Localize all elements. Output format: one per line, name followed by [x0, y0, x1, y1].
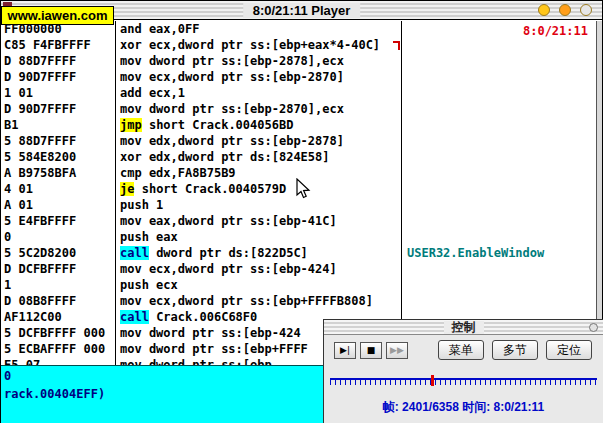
control-panel-titlebar[interactable]: 控制: [324, 320, 603, 335]
instr-pre: xor edx,dword ptr ds:[824E58]: [120, 150, 330, 164]
disasm-row[interactable]: 0 push eax: [1, 229, 597, 245]
disasm-row[interactable]: 5 5C2D8200 call dword ptr ds:[822D5C] US…: [1, 245, 597, 261]
comment-cell: [402, 213, 597, 229]
control-buttons-row: ▶| ■ ▶▶ 菜单 多节 定位: [334, 340, 603, 360]
hex-bytes: 1: [1, 277, 116, 293]
instruction-cell: mov eax,dword ptr ss:[ebp-41C]: [116, 213, 402, 229]
hex-bytes: C85 F4FBFFFF: [1, 37, 116, 53]
frame-time-status: 帧: 2401/6358 时间: 8:0/21:11: [324, 400, 603, 414]
instruction-cell: mov dword ptr ss:[ebp-2870],ecx: [116, 101, 402, 117]
instruction-cell: xor edx,dword ptr ds:[824E58]: [116, 149, 402, 165]
stop-button[interactable]: ■: [360, 342, 382, 359]
hex-bytes: A 01: [1, 197, 116, 213]
instr-pre: cmp edx,FA8B75B9: [120, 166, 236, 180]
disasm-row[interactable]: D 90D7FFFF mov dword ptr ss:[ebp-2870],e…: [1, 101, 597, 117]
comment-cell: [402, 37, 597, 53]
comment-cell: [402, 229, 597, 245]
instruction-cell: jmp short Crack.004056BD: [116, 117, 402, 133]
hex-bytes: E5 07: [1, 357, 116, 365]
instruction-cell: xor ecx,dword ptr ss:[ebp+eax*4-40C]: [116, 37, 402, 53]
disasm-row[interactable]: D DCFBFFFF mov ecx,dword ptr ss:[ebp-424…: [1, 261, 597, 277]
instr-pre: mov ecx,dword ptr ss:[ebp-424]: [120, 262, 337, 276]
hex-bytes: D 90D7FFFF: [1, 101, 116, 117]
fast-forward-button[interactable]: ▶▶: [386, 342, 408, 359]
comment-cell: [402, 117, 597, 133]
instr-pre: mov dword ptr ss:[ebp-2878],ecx: [120, 54, 344, 68]
disasm-row[interactable]: D 88D7FFFF mov dword ptr ss:[ebp-2878],e…: [1, 53, 597, 69]
titlebar-button-icon[interactable]: [538, 4, 550, 16]
hex-bytes: 0: [1, 229, 116, 245]
hex-bytes: 4 01: [1, 181, 116, 197]
instr-pre: push ecx: [120, 278, 178, 292]
instr-pre: mov dword ptr ss:[ebp-424: [120, 326, 301, 340]
instr-post: short Crack.004056BD: [142, 118, 294, 132]
comment-cell: [402, 69, 597, 85]
instr-pre: push 1: [120, 198, 163, 212]
instr-pre: and eax,0FF: [120, 22, 199, 36]
watermark-badge: www.iawen.com: [1, 6, 114, 25]
instr-pre: mov edx,dword ptr ss:[ebp-2878]: [120, 134, 344, 148]
hex-bytes: D DCFBFFFF: [1, 261, 116, 277]
control-panel-title: 控制: [444, 321, 484, 334]
titlebar-button-icon[interactable]: [559, 4, 571, 16]
instruction-cell: cmp edx,FA8B75B9: [116, 165, 402, 181]
hex-bytes: AF112C00: [1, 309, 116, 325]
instruction-cell: call dword ptr ds:[822D5C]: [116, 245, 402, 261]
playback-time-label: 8:0/21:11: [523, 23, 588, 39]
jump-arrow-icon: [393, 41, 400, 50]
collapse-icon[interactable]: [589, 323, 598, 332]
disasm-row[interactable]: B1 jmp short Crack.004056BD: [1, 117, 597, 133]
instr-keyword: call: [120, 310, 149, 324]
instr-keyword: jmp: [120, 118, 142, 132]
step-forward-button[interactable]: ▶|: [334, 342, 356, 359]
timeline-ticks: [330, 380, 597, 385]
instr-pre: add ecx,1: [120, 86, 185, 100]
mouse-cursor-icon: [296, 178, 312, 200]
comment-cell: [402, 101, 597, 117]
hex-bytes: D 08B8FFFF: [1, 293, 116, 309]
disasm-row[interactable]: 1 01 add ecx,1: [1, 85, 597, 101]
comment-cell: [402, 53, 597, 69]
disasm-row[interactable]: 5 584E8200 xor edx,dword ptr ds:[824E58]: [1, 149, 597, 165]
player-window: 8:0/21:11 Player www.iawen.com FF000000 …: [0, 0, 603, 423]
instr-pre: mov eax,dword ptr ss:[ebp-41C]: [120, 214, 337, 228]
hex-bytes: D 90D7FFFF: [1, 69, 116, 85]
instruction-cell: mov ecx,dword ptr ss:[ebp+FFFFB808]: [116, 293, 402, 309]
instruction-cell: push 1: [116, 197, 402, 213]
comment-cell: [402, 85, 597, 101]
locate-button[interactable]: 定位: [546, 340, 592, 360]
disasm-row[interactable]: D 90D7FFFF mov ecx,dword ptr ss:[ebp-287…: [1, 69, 597, 85]
comment-cell: [402, 181, 597, 197]
instr-post: dword ptr ds:[822D5C]: [149, 246, 308, 260]
disasm-row[interactable]: 5 88D7FFFF mov edx,dword ptr ss:[ebp-287…: [1, 133, 597, 149]
instruction-cell: add ecx,1: [116, 85, 402, 101]
hex-bytes: B1: [1, 117, 116, 133]
hex-bytes: 5 88D7FFFF: [1, 133, 116, 149]
window-title: 8:0/21:11 Player: [243, 3, 361, 18]
instruction-cell: push eax: [116, 229, 402, 245]
titlebar-button-icon[interactable]: [580, 4, 592, 16]
multi-button[interactable]: 多节: [492, 340, 538, 360]
disasm-row[interactable]: 5 E4FBFFFF mov eax,dword ptr ss:[ebp-41C…: [1, 213, 597, 229]
instruction-cell: mov dword ptr ss:[ebp-2878],ecx: [116, 53, 402, 69]
disasm-row[interactable]: D 08B8FFFF mov ecx,dword ptr ss:[ebp+FFF…: [1, 293, 597, 309]
timeline-marker[interactable]: [431, 375, 434, 386]
instr-post: Crack.006C68F0: [149, 310, 257, 324]
instr-keyword: call: [120, 246, 149, 260]
instr-pre: mov dword ptr ss:[ebp-2870],ecx: [120, 102, 344, 116]
menu-button[interactable]: 菜单: [438, 340, 484, 360]
instruction-cell: mov edx,dword ptr ss:[ebp-2878]: [116, 133, 402, 149]
timeline-slider[interactable]: [330, 375, 597, 386]
instruction-cell: mov ecx,dword ptr ss:[ebp-2870]: [116, 69, 402, 85]
disasm-row[interactable]: C85 F4FBFFFF xor ecx,dword ptr ss:[ebp+e…: [1, 37, 597, 53]
hex-bytes: 5 E4FBFFFF: [1, 213, 116, 229]
disasm-row[interactable]: 1 push ecx: [1, 277, 597, 293]
instruction-cell: and eax,0FF: [116, 21, 402, 37]
comment-cell: USER32.EnableWindow: [402, 245, 597, 261]
hex-bytes: D 88D7FFFF: [1, 53, 116, 69]
control-buttons: 菜单 多节 定位: [412, 340, 592, 360]
comment-cell: [402, 277, 597, 293]
instruction-cell: je short Crack.0040579D: [116, 181, 402, 197]
transport-group: ▶| ■ ▶▶: [334, 342, 412, 359]
hex-bytes: 1 01: [1, 85, 116, 101]
